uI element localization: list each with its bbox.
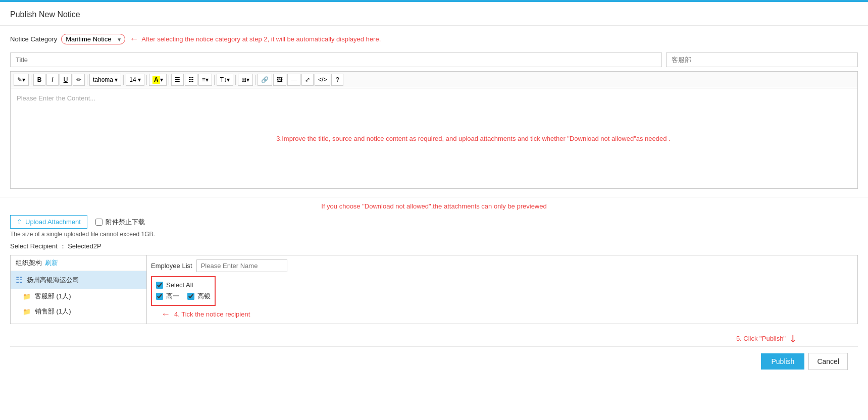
no-download-label: 附件禁止下载 <box>106 218 145 227</box>
toolbar-link-btn[interactable]: 🔗 <box>258 74 272 86</box>
notice-category-row: Notice Category Maritime Notice General … <box>10 34 858 44</box>
toolbar-underline-btn[interactable]: U <box>60 74 72 86</box>
folder-icon-1: 📁 <box>23 308 31 316</box>
employee-checkbox-1[interactable] <box>187 293 194 300</box>
org-sub-name-1: 销售部 (1人) <box>35 307 71 316</box>
toolbar-image-btn[interactable]: 🖼 <box>273 74 286 86</box>
org-company-icon: ☷ <box>16 275 23 285</box>
toolbar-ol-btn[interactable]: ☷ <box>185 74 197 86</box>
org-sub-item-1[interactable]: 📁 销售部 (1人) <box>11 304 146 319</box>
toolbar-size-select[interactable]: 14 ▾ <box>126 74 144 86</box>
toolbar-format-btn[interactable]: ✎▾ <box>14 74 29 86</box>
page-container: Publish New Notice Notice Category Marit… <box>0 2 868 420</box>
org-header: 组织架构 刷新 <box>11 255 146 271</box>
upload-icon: ⇧ <box>17 218 22 226</box>
title-source-row <box>10 52 858 67</box>
notice-category-label: Notice Category <box>10 35 57 43</box>
employee-search-input[interactable] <box>196 259 287 272</box>
oval-container: Maritime Notice General Notice Safety No… <box>61 34 125 44</box>
notice-category-select[interactable]: Maritime Notice General Notice Safety No… <box>66 35 121 43</box>
employee-list-label: Employee List <box>151 262 192 270</box>
toolbar-align-btn[interactable]: ≡▾ <box>198 74 212 86</box>
toolbar-text-format-btn[interactable]: T↕▾ <box>217 74 233 86</box>
employee-item-1: 高银 <box>187 292 211 301</box>
editor-area[interactable]: Please Enter the Content... 3.Improve th… <box>10 88 858 189</box>
annotation4-row: ← 4. Tick the notice recipient <box>161 309 853 320</box>
employee-checkbox-0[interactable] <box>156 293 163 300</box>
org-refresh-button[interactable]: 刷新 <box>45 258 58 268</box>
org-header-label: 组织架构 <box>16 258 42 268</box>
select-all-row: Select All <box>156 281 211 289</box>
employee-search-row: Employee List <box>151 259 853 272</box>
toolbar-ul-btn[interactable]: ☰ <box>171 74 184 86</box>
toolbar-sep-1 <box>31 75 31 85</box>
content-area: Notice Category Maritime Notice General … <box>0 26 868 197</box>
employee-list-box: Select All 高一 高银 <box>151 276 216 306</box>
org-company-name: 扬州高银海运公司 <box>27 276 79 285</box>
publish-button[interactable]: Publish <box>761 353 804 370</box>
upload-label: Upload Attachment <box>25 218 81 226</box>
attachment-row: ⇧ Upload Attachment 附件禁止下载 <box>10 215 858 229</box>
arrow-left-icon-4: ← <box>161 309 170 320</box>
toolbar-table-btn[interactable]: ⊞▾ <box>238 74 253 86</box>
editor-toolbar: ✎▾ B I U ✏ tahoma ▾ 14 ▾ A▾ ☰ ☷ ≡▾ T↕▾ ⊞… <box>10 71 858 88</box>
no-download-row: 附件禁止下载 <box>95 218 145 227</box>
toolbar-sep-3 <box>123 75 124 85</box>
bottom-section: If you choose "Download not allowed",the… <box>0 197 868 381</box>
file-size-note: The size of a single uploaded file canno… <box>10 231 858 238</box>
toolbar-strikethrough-btn[interactable]: ✏ <box>73 74 85 86</box>
download-annotation: If you choose "Download not allowed",the… <box>10 202 858 210</box>
footer-row: Publish Cancel <box>10 346 858 376</box>
editor-placeholder: Please Enter the Content... <box>17 94 95 102</box>
toolbar-code-btn[interactable]: </> <box>315 74 330 86</box>
selected-count: Selected2P <box>68 242 101 250</box>
select-recipient-row: Select Recipient ： Selected2P <box>10 242 858 251</box>
employee-item-0: 高一 <box>156 292 179 301</box>
select-all-checkbox[interactable] <box>156 282 163 289</box>
annotation-text-4: 4. Tick the notice recipient <box>174 310 250 318</box>
org-sub-item-0[interactable]: 📁 客服部 (1人) <box>11 289 146 304</box>
toolbar-sep-6 <box>214 75 215 85</box>
annotation-text-5: 5. Click "Publish" <box>736 335 786 342</box>
toolbar-sep-8 <box>255 75 256 85</box>
title-input[interactable] <box>10 52 662 67</box>
footer-area: 5. Click "Publish" ↘ Publish Cancel <box>10 328 858 376</box>
notice-category-select-wrapper: Maritime Notice General Notice Safety No… <box>61 34 125 44</box>
select-all-label: Select All <box>166 281 193 289</box>
toolbar-highlight-btn[interactable]: A▾ <box>149 74 167 86</box>
cancel-button[interactable]: Cancel <box>808 353 848 370</box>
no-download-checkbox[interactable] <box>95 219 103 226</box>
toolbar-help-btn[interactable]: ? <box>331 74 343 86</box>
publish-annotation-area: 5. Click "Publish" ↘ <box>736 332 858 344</box>
toolbar-resize-btn[interactable]: ⤢ <box>301 74 314 86</box>
upload-attachment-button[interactable]: ⇧ Upload Attachment <box>10 215 87 229</box>
annotation-text-1: After selecting the notice category at s… <box>141 35 381 43</box>
employee-name-0: 高一 <box>166 292 179 301</box>
toolbar-sep-7 <box>235 75 236 85</box>
recipient-section: 组织架构 刷新 ☷ 扬州高银海运公司 📁 客服部 (1人) 📁 销售部 (1人) <box>10 255 858 324</box>
employee-name-1: 高银 <box>197 292 211 301</box>
arrow-down-right-icon: ↘ <box>786 331 800 346</box>
toolbar-sep-2 <box>87 75 87 85</box>
editor-annotation: 3.Improve the title, source and notice c… <box>276 135 670 142</box>
page-title: Publish New Notice <box>10 10 80 19</box>
toolbar-hr-btn[interactable]: — <box>287 74 300 86</box>
toolbar-sep-4 <box>146 75 147 85</box>
toolbar-sep-5 <box>169 75 169 85</box>
source-input[interactable] <box>666 52 858 67</box>
org-company-item[interactable]: ☷ 扬州高银海运公司 <box>11 271 146 289</box>
employee-items-row: 高一 高银 <box>156 292 211 301</box>
toolbar-italic-btn[interactable]: I <box>46 74 59 86</box>
org-sub-name-0: 客服部 (1人) <box>35 292 71 301</box>
toolbar-bold-btn[interactable]: B <box>33 74 45 86</box>
org-panel: 组织架构 刷新 ☷ 扬州高银海运公司 📁 客服部 (1人) 📁 销售部 (1人) <box>11 255 147 324</box>
employee-panel: Employee List Select All 高一 <box>147 255 857 324</box>
folder-icon-0: 📁 <box>23 293 31 300</box>
toolbar-font-select[interactable]: tahoma ▾ <box>89 74 121 86</box>
page-header: Publish New Notice <box>0 2 868 26</box>
arrow-left-icon: ← <box>129 34 138 44</box>
select-recipient-label: Select Recipient <box>10 242 58 250</box>
